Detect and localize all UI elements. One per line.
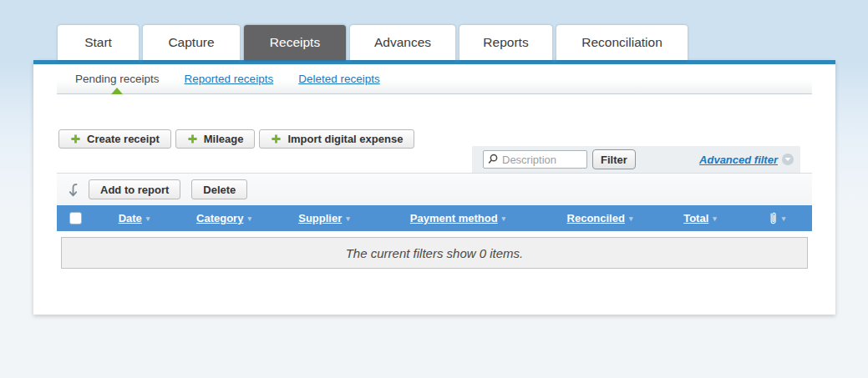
filter-button[interactable]: Filter: [592, 149, 636, 169]
mileage-button[interactable]: Mileage: [175, 129, 256, 149]
column-header-attachment[interactable]: ▾: [742, 210, 812, 227]
sort-dropdown-icon: ▾: [146, 214, 150, 223]
create-receipt-label: Create receipt: [87, 133, 160, 145]
sort-dropdown-icon: ▾: [247, 214, 251, 223]
select-all-checkbox[interactable]: [69, 212, 82, 224]
plus-icon: [187, 134, 198, 144]
paperclip-icon: [769, 210, 778, 227]
import-digital-expense-label: Import digital expense: [287, 133, 403, 145]
tab-capture[interactable]: Capture: [143, 25, 240, 60]
import-digital-expense-button[interactable]: Import digital expense: [259, 129, 414, 149]
description-search-input[interactable]: [483, 150, 587, 169]
column-header-payment-method[interactable]: Payment method ▾: [374, 212, 541, 224]
sort-dropdown-icon: ▾: [346, 214, 350, 223]
plus-icon: [70, 134, 81, 144]
column-header-total[interactable]: Total ▾: [658, 212, 742, 224]
search-field-wrap: [483, 150, 587, 169]
content-panel: Pending receipts Reported receipts Delet…: [33, 60, 835, 315]
receipts-subtabs: Pending receipts Reported receipts Delet…: [57, 64, 812, 94]
add-to-report-button[interactable]: Add to report: [89, 179, 180, 199]
tab-start[interactable]: Start: [58, 25, 139, 60]
column-label: Category: [196, 212, 243, 224]
search-icon: [487, 154, 498, 165]
receipts-table-header: Date ▾ Category ▾ Supplier ▾ Payment met…: [57, 205, 812, 231]
column-header-supplier[interactable]: Supplier ▾: [274, 212, 374, 224]
column-label: Reconciled: [567, 212, 625, 224]
tab-advances[interactable]: Advances: [350, 25, 455, 60]
subtab-pending-label: Pending receipts: [75, 73, 160, 85]
tab-reconciliation[interactable]: Reconciliation: [556, 25, 688, 60]
empty-results-message: The current filters show 0 items.: [61, 237, 808, 269]
filter-bar: Filter Advanced filter: [472, 146, 800, 173]
advanced-filter-expand-icon[interactable]: [782, 154, 794, 165]
create-receipt-button[interactable]: Create receipt: [58, 129, 171, 149]
actions-section: Create receipt Mileage Import digital ex…: [57, 94, 812, 173]
sort-dropdown-icon: ▾: [629, 214, 633, 223]
column-label: Payment method: [410, 212, 498, 224]
main-tabs: Start Capture Receipts Advances Reports …: [58, 25, 688, 60]
selection-toolbar: Add to report Delete: [57, 173, 812, 205]
advanced-filter-link[interactable]: Advanced filter: [699, 154, 778, 166]
sort-dropdown-icon: ▾: [713, 214, 717, 223]
plus-icon: [271, 134, 282, 144]
column-header-reconciled[interactable]: Reconciled ▾: [541, 212, 658, 224]
chevron-down-icon: [784, 157, 791, 162]
column-label: Date: [119, 212, 142, 224]
tab-receipts[interactable]: Receipts: [244, 25, 346, 60]
subtab-pending-receipts[interactable]: Pending receipts: [75, 73, 160, 85]
column-label: Total: [683, 212, 708, 224]
active-subtab-pointer: [111, 88, 123, 94]
column-header-category[interactable]: Category ▾: [174, 212, 274, 224]
subtab-deleted-receipts[interactable]: Deleted receipts: [298, 73, 380, 85]
advanced-filter-control[interactable]: Advanced filter: [699, 154, 794, 166]
column-header-date[interactable]: Date ▾: [94, 212, 174, 224]
delete-button[interactable]: Delete: [191, 179, 247, 199]
create-buttons-row: Create receipt Mileage Import digital ex…: [58, 129, 414, 149]
mileage-label: Mileage: [204, 133, 244, 145]
subtab-reported-receipts[interactable]: Reported receipts: [185, 73, 274, 85]
sort-dropdown-icon: ▾: [502, 214, 506, 223]
receipts-content: Create receipt Mileage Import digital ex…: [33, 94, 835, 269]
select-all-cell: [57, 212, 94, 224]
column-label: Supplier: [298, 212, 342, 224]
sort-dropdown-icon: ▾: [782, 214, 786, 223]
tab-reports[interactable]: Reports: [459, 25, 552, 60]
sort-direction-icon[interactable]: [65, 182, 80, 198]
